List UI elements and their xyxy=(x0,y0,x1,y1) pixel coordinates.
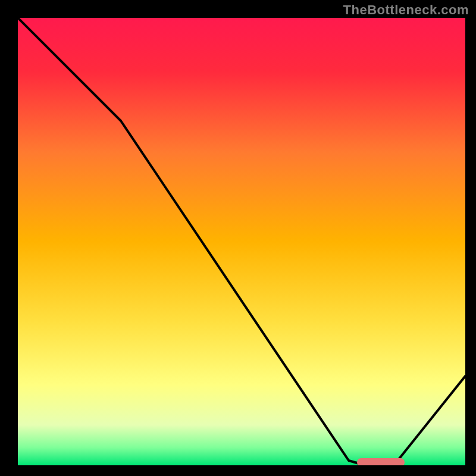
optimal-marker xyxy=(357,458,405,465)
chart-svg xyxy=(18,18,465,465)
plot-area xyxy=(18,18,465,465)
watermark: TheBottleneck.com xyxy=(343,2,469,18)
chart-container: TheBottleneck.com xyxy=(0,0,476,476)
